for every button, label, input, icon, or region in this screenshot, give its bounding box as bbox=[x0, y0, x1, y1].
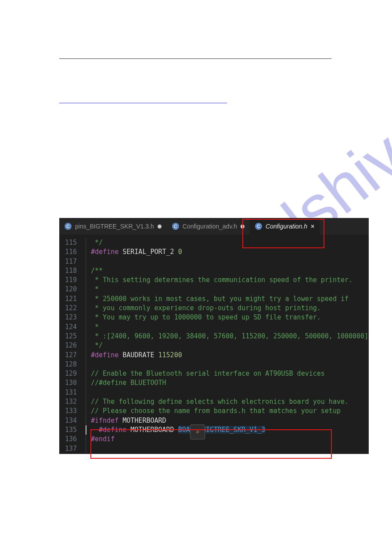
line-number: 124 bbox=[59, 323, 86, 332]
gutter-border bbox=[86, 378, 86, 388]
code-line[interactable]: 132// The following define selects which… bbox=[59, 397, 369, 406]
gutter-border bbox=[86, 425, 86, 435]
code-line[interactable]: 118/** bbox=[59, 266, 369, 276]
code-text[interactable]: #define SERIAL_PORT_2 0 bbox=[86, 247, 182, 257]
code-text[interactable]: * bbox=[86, 285, 99, 294]
code-line[interactable]: 122 * you commonly experience drop-outs … bbox=[59, 304, 369, 313]
gutter-border bbox=[86, 435, 86, 444]
line-number: 132 bbox=[59, 397, 86, 406]
line-number: 119 bbox=[59, 276, 86, 285]
gutter-border bbox=[86, 332, 86, 341]
code-text[interactable]: * :[2400, 9600, 19200, 38400, 57600, 115… bbox=[86, 332, 368, 341]
tab-bar: Cpins_BIGTREE_SKR_V1.3.hCConfiguration_a… bbox=[59, 218, 369, 235]
line-number: 135 bbox=[59, 425, 86, 435]
gutter-border bbox=[86, 323, 86, 332]
code-line[interactable]: 131 bbox=[59, 388, 369, 397]
code-text[interactable]: */ bbox=[86, 238, 103, 247]
code-line[interactable]: 121 * 250000 works in most cases, but yo… bbox=[59, 294, 369, 304]
code-text[interactable]: * 250000 works in most cases, but you mi… bbox=[86, 294, 349, 304]
link-underline[interactable] bbox=[59, 103, 227, 103]
line-number: 133 bbox=[59, 406, 86, 416]
document-body bbox=[59, 58, 331, 103]
code-text[interactable]: // Enable the Bluetooth serial interface… bbox=[86, 369, 325, 378]
line-number: 131 bbox=[59, 388, 86, 397]
file-type-icon: C bbox=[255, 223, 262, 230]
code-line[interactable]: 120 * bbox=[59, 285, 369, 294]
code-line[interactable]: 129// Enable the Bluetooth serial interf… bbox=[59, 369, 369, 378]
tab-label: Configuration_adv.h bbox=[183, 223, 237, 230]
code-text[interactable]: * bbox=[86, 323, 99, 332]
horizontal-rule bbox=[59, 58, 331, 59]
code-line[interactable]: 134#ifndef MOTHERBOARD bbox=[59, 416, 369, 425]
gutter-border bbox=[86, 406, 86, 416]
code-line[interactable]: 124 * bbox=[59, 323, 369, 332]
line-number: 128 bbox=[59, 360, 86, 369]
code-line[interactable]: 135 #define MOTHERBOARD BOARD_BIGTREE_SK… bbox=[59, 425, 369, 435]
code-text[interactable]: */ bbox=[86, 341, 103, 350]
gutter-border bbox=[86, 341, 86, 350]
line-number: 115 bbox=[59, 238, 86, 247]
code-line[interactable]: 127#define BAUDRATE 115200 bbox=[59, 351, 369, 360]
close-icon[interactable]: × bbox=[311, 223, 314, 230]
gutter-border bbox=[86, 397, 86, 406]
code-line[interactable]: 130//#define BLUETOOTH bbox=[59, 378, 369, 388]
gutter-border bbox=[86, 247, 86, 257]
code-editor: Cpins_BIGTREE_SKR_V1.3.hCConfiguration_a… bbox=[59, 218, 369, 454]
code-text[interactable]: * This setting determines the communicat… bbox=[86, 276, 352, 285]
tab-Configuration-h[interactable]: CConfiguration.h× bbox=[250, 218, 320, 235]
file-type-icon: C bbox=[172, 223, 179, 230]
line-number: 116 bbox=[59, 247, 86, 257]
gutter-border bbox=[86, 276, 86, 285]
line-number: 126 bbox=[59, 341, 86, 350]
code-text[interactable] bbox=[86, 444, 91, 453]
find-icon[interactable]: ⌕ bbox=[190, 424, 205, 439]
code-text[interactable]: /** bbox=[86, 266, 103, 276]
code-text[interactable] bbox=[86, 388, 91, 397]
line-number: 122 bbox=[59, 304, 86, 313]
line-number: 130 bbox=[59, 378, 86, 388]
gutter-border bbox=[86, 285, 86, 294]
code-line[interactable]: 133// Please choose the name from boards… bbox=[59, 406, 369, 416]
code-line[interactable]: 125 * :[2400, 9600, 19200, 38400, 57600,… bbox=[59, 332, 369, 341]
code-text[interactable]: #endif bbox=[86, 435, 115, 444]
gutter-border bbox=[86, 360, 86, 369]
code-line[interactable]: 117 bbox=[59, 257, 369, 266]
gutter-border bbox=[86, 304, 86, 313]
code-line[interactable]: 137 bbox=[59, 444, 369, 453]
code-line[interactable]: 123 * You may try up to 1000000 to speed… bbox=[59, 313, 369, 322]
code-text[interactable]: //#define BLUETOOTH bbox=[86, 378, 166, 388]
gutter-border bbox=[86, 266, 86, 276]
code-text[interactable]: * You may try up to 1000000 to speed up … bbox=[86, 313, 321, 322]
code-text[interactable]: #ifndef MOTHERBOARD bbox=[86, 416, 166, 425]
line-number: 123 bbox=[59, 313, 86, 322]
line-number: 137 bbox=[59, 444, 86, 453]
gutter-border bbox=[86, 416, 86, 425]
tab-Configuration-adv-h[interactable]: CConfiguration_adv.h bbox=[167, 218, 250, 235]
code-line[interactable]: 116#define SERIAL_PORT_2 0 bbox=[59, 247, 369, 257]
tab-pins-BIGTREE-SKR-V1-3-h[interactable]: Cpins_BIGTREE_SKR_V1.3.h bbox=[59, 218, 167, 235]
gutter-border bbox=[86, 257, 86, 266]
gutter-border bbox=[86, 313, 86, 322]
code-area[interactable]: ⌕ 115 */116#define SERIAL_PORT_2 0117118… bbox=[59, 235, 369, 453]
code-line[interactable]: 115 */ bbox=[59, 238, 369, 247]
line-number: 120 bbox=[59, 285, 86, 294]
dirty-indicator-icon bbox=[241, 225, 245, 229]
code-line[interactable]: 119 * This setting determines the commun… bbox=[59, 276, 369, 285]
line-number: 118 bbox=[59, 266, 86, 276]
code-line[interactable]: 126 */ bbox=[59, 341, 369, 350]
line-number: 127 bbox=[59, 351, 86, 360]
code-line[interactable]: 128 bbox=[59, 360, 369, 369]
line-number: 117 bbox=[59, 257, 86, 266]
gutter-border bbox=[86, 238, 86, 247]
code-text[interactable]: // The following define selects which el… bbox=[86, 397, 349, 406]
line-number: 136 bbox=[59, 435, 86, 444]
code-text[interactable]: #define MOTHERBOARD BOARD_BIGTREE_SKR_V1… bbox=[86, 425, 265, 435]
gutter-border bbox=[86, 351, 86, 360]
code-line[interactable]: 136#endif bbox=[59, 435, 369, 444]
code-text[interactable]: * you commonly experience drop-outs duri… bbox=[86, 304, 321, 313]
code-text[interactable]: #define BAUDRATE 115200 bbox=[86, 351, 182, 360]
code-text[interactable]: // Please choose the name from boards.h … bbox=[86, 406, 341, 416]
file-type-icon: C bbox=[65, 223, 72, 230]
code-text[interactable] bbox=[86, 360, 91, 369]
code-text[interactable] bbox=[86, 257, 91, 266]
